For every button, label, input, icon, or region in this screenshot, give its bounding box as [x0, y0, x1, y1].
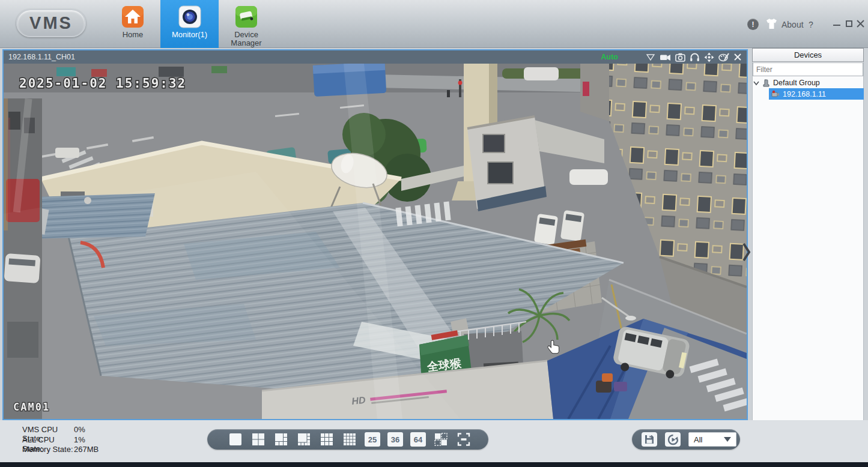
video-titlebar: 192.168.1.11_CH01 Auto: [4, 50, 747, 64]
layout-custom-button[interactable]: [433, 432, 449, 447]
window-bottom-edge: [0, 462, 868, 467]
layout-1-button[interactable]: [228, 432, 243, 447]
tab-device-manager-label: Device Manager: [221, 31, 272, 47]
layout-toolbar: 25 36 64: [207, 429, 488, 450]
layout-6-button[interactable]: [273, 432, 289, 447]
layout-64-button[interactable]: 64: [410, 432, 426, 447]
osd-camera-label: CAM01: [13, 401, 50, 413]
layout-9-button[interactable]: [319, 432, 335, 447]
video-tile[interactable]: 192.168.1.11_CH01 Auto: [2, 49, 748, 420]
video-scene: 全球猴 娱乐 HD: [4, 64, 747, 419]
stream-mode-label[interactable]: Auto: [601, 53, 618, 61]
chevron-down-icon[interactable]: [753, 80, 759, 86]
maximize-button[interactable]: [846, 20, 852, 27]
tree-device-item[interactable]: 192.168.1.11: [769, 88, 864, 100]
tree-group-label: Default Group: [773, 79, 820, 87]
layout-25-button[interactable]: 25: [365, 432, 380, 447]
tab-home-label: Home: [123, 31, 144, 39]
device-camera-icon: [771, 90, 780, 98]
minimize-button[interactable]: [833, 25, 840, 26]
monitor-icon: [178, 5, 201, 28]
filter-input[interactable]: [753, 62, 863, 76]
stream-type-select[interactable]: All: [688, 432, 736, 447]
status-all-cpu: ALL CPU State: 1%: [22, 435, 85, 445]
audio-headphones-icon[interactable]: [690, 52, 700, 62]
close-video-icon[interactable]: [733, 53, 742, 61]
tab-monitor-label: Monitor(1): [172, 31, 207, 39]
stream-triangle-icon[interactable]: [646, 53, 655, 61]
layout-4-button[interactable]: [250, 432, 266, 447]
tab-home[interactable]: Home: [112, 0, 154, 48]
layout-16-button[interactable]: [342, 432, 357, 447]
status-memory-value: 267MB: [74, 445, 99, 455]
layout-8-button[interactable]: [296, 432, 312, 447]
save-view-button[interactable]: [642, 432, 657, 447]
video-title: 192.168.1.11_CH01: [8, 53, 75, 61]
about-button[interactable]: About: [782, 20, 804, 29]
help-button[interactable]: ?: [809, 20, 813, 29]
vms-window: VMS Home Monitor(1): [0, 0, 868, 467]
stream-toolbar: All: [632, 429, 740, 450]
status-vms-cpu: VMS CPU State: 0%: [22, 425, 85, 435]
group-icon: [762, 79, 771, 88]
top-toolbar: VMS Home Monitor(1): [0, 0, 868, 48]
osd-timestamp: 2025-01-02 15:59:32: [19, 76, 186, 91]
status-all-cpu-value: 1%: [74, 435, 85, 445]
panel-collapse-handle[interactable]: [742, 240, 751, 264]
ptz-control-icon[interactable]: [704, 52, 714, 62]
color-palette-icon[interactable]: [718, 52, 729, 62]
stream-type-value: All: [694, 435, 702, 444]
devices-panel-header: Devices: [752, 48, 864, 62]
layout-36-button[interactable]: 36: [387, 432, 403, 447]
devices-panel: [752, 48, 864, 462]
status-memory: Memory State: 267MB: [22, 445, 99, 455]
skin-theme-icon[interactable]: [765, 17, 778, 31]
vms-logo: VMS: [16, 9, 86, 37]
tree-device-label: 192.168.1.11: [783, 90, 826, 98]
vms-logo-text: VMS: [29, 13, 73, 33]
record-camera-icon[interactable]: [660, 53, 671, 62]
status-vms-cpu-value: 0%: [74, 425, 85, 435]
tab-monitor[interactable]: Monitor(1): [160, 0, 219, 48]
fullscreen-button[interactable]: [456, 432, 472, 447]
snapshot-icon[interactable]: [675, 53, 685, 62]
home-icon: [121, 5, 144, 28]
device-manager-icon: [235, 5, 258, 28]
alert-icon[interactable]: !: [747, 19, 759, 30]
close-window-button[interactable]: [857, 20, 864, 28]
tree-group-default[interactable]: Default Group: [753, 77, 863, 88]
tab-device-manager[interactable]: Device Manager: [221, 0, 272, 48]
loop-play-button[interactable]: [665, 432, 681, 447]
select-caret-icon: [724, 437, 731, 442]
